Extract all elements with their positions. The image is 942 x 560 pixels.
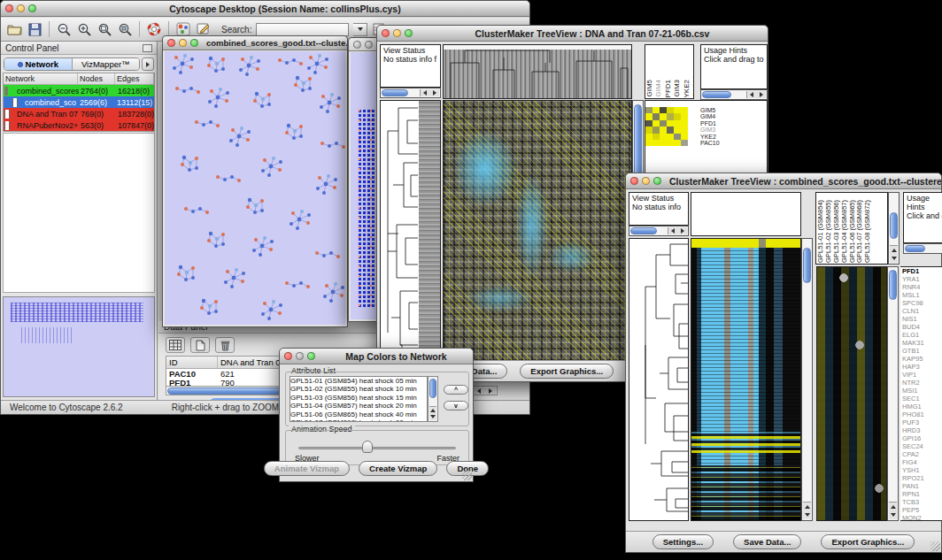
network-list-row[interactable]: RNAPuberNov2+ 563(0) 107847(0)	[4, 119, 154, 131]
close-button[interactable]	[5, 4, 13, 12]
view-status-hscrollbar[interactable]	[629, 226, 689, 236]
zoom-button[interactable]	[405, 29, 413, 37]
column-header[interactable]: Nodes	[78, 73, 115, 84]
create-vizmap-button[interactable]: Create Vizmap	[359, 461, 437, 476]
scrollbar-arrows[interactable]	[429, 406, 436, 420]
usage-hints-hscrollbar[interactable]	[903, 243, 942, 254]
usage-hints-hscrollbar[interactable]	[700, 89, 768, 100]
scrollbar-arrows[interactable]	[668, 227, 687, 234]
scrollbar-thumb[interactable]	[429, 379, 436, 398]
scrollbar-arrows[interactable]	[420, 89, 439, 96]
zoom-selected-icon[interactable]	[117, 21, 133, 37]
minimize-button[interactable]	[365, 41, 373, 49]
scrollbar-thumb[interactable]	[889, 270, 897, 300]
usage-hints-panel: Usage Hints Click and drag to	[700, 44, 768, 89]
move-down-button[interactable]: v	[444, 401, 468, 410]
selected-region-vscrollbar[interactable]	[887, 266, 899, 521]
network-list-row[interactable]: combined_scores 2764(0) 16218(0)	[4, 85, 154, 96]
scrollbar-thumb[interactable]	[382, 89, 408, 96]
animate-vizmap-button[interactable]: Animate Vizmap	[264, 461, 350, 476]
gene-label-list[interactable]: PFD1YRA1RNR4MSL1SPC98CLN1NIS1BUD4ELG1MAK…	[900, 266, 942, 521]
treeview-button[interactable]: Export Graphics...	[821, 534, 915, 549]
minimize-button[interactable]	[296, 352, 304, 360]
scrollbar-thumb[interactable]	[905, 245, 925, 252]
scrollbar-arrows[interactable]	[890, 245, 898, 263]
help-lifebuoy-icon[interactable]	[146, 21, 162, 37]
scrollbar-arrows[interactable]	[473, 387, 496, 395]
close-button[interactable]	[353, 41, 361, 49]
attribute-item[interactable]: GPL51-02 (GSM855) heat shock 10 min	[290, 385, 427, 393]
close-button[interactable]	[284, 352, 292, 360]
scrollbar-arrows[interactable]	[889, 502, 897, 519]
attribute-item[interactable]: GPL51-04 (GSM857) heat shock 20 min	[290, 402, 427, 410]
select-attributes-icon[interactable]	[166, 337, 185, 353]
zoom-button[interactable]	[190, 39, 198, 47]
minimize-button[interactable]	[179, 39, 187, 47]
move-up-button[interactable]: ^	[444, 385, 468, 395]
zoom-button[interactable]	[28, 4, 36, 12]
array-labels-vscrollbar[interactable]	[888, 192, 900, 265]
zoom-in-icon[interactable]	[76, 21, 92, 37]
scrollbar-thumb[interactable]	[630, 227, 657, 234]
scrollbar-thumb[interactable]	[803, 248, 811, 283]
tab-overflow-button[interactable]	[142, 58, 154, 71]
treeview-button[interactable]: Settings...	[652, 534, 714, 549]
minimize-button[interactable]	[17, 4, 25, 12]
zoom-out-icon[interactable]	[56, 21, 72, 37]
attribute-list-vscrollbar[interactable]	[428, 376, 438, 422]
column-header[interactable]: Edges	[115, 73, 154, 84]
save-session-icon[interactable]	[27, 21, 42, 37]
network-view-titlebar[interactable]: combined_scores_good.txt--cluste...	[163, 36, 347, 50]
tab-vizmapper[interactable]: VizMapper™	[72, 58, 140, 70]
delete-attribute-trash-icon[interactable]	[215, 337, 235, 353]
attribute-item[interactable]: GPL51-01 (GSM854) heat shock 05 min	[290, 377, 427, 385]
speed-slider-track[interactable]	[298, 447, 456, 449]
heatmap-matrix[interactable]	[691, 238, 801, 521]
treeview-combined-titlebar[interactable]: ClusterMaker TreeView : combined_scores_…	[626, 173, 941, 189]
resize-grip[interactable]	[462, 471, 472, 480]
treeview-button[interactable]: Save Data...	[733, 534, 801, 549]
open-session-icon[interactable]	[6, 21, 22, 37]
column-header[interactable]: ID	[166, 357, 218, 368]
main-titlebar[interactable]: Cytoscape Desktop (Session Name: collins…	[1, 1, 529, 17]
selected-region-heatmap[interactable]	[816, 266, 887, 521]
zoom-button[interactable]	[653, 177, 661, 185]
column-header[interactable]: Network	[4, 73, 78, 84]
tab-network[interactable]: Network	[4, 58, 72, 70]
scrollbar-thumb[interactable]	[890, 212, 898, 239]
treeview-dna-titlebar[interactable]: ClusterMaker TreeView : DNA and Tran 07-…	[377, 26, 768, 42]
resize-grip[interactable]	[930, 541, 940, 551]
dialog-titlebar[interactable]: Map Colors to Network	[280, 349, 473, 364]
network-canvas[interactable]	[165, 51, 345, 325]
array-dendrogram[interactable]	[443, 44, 632, 99]
view-status-hscrollbar[interactable]	[380, 88, 441, 98]
search-input[interactable]	[256, 23, 349, 36]
network-list-row[interactable]: combined_sco 2569(6) 13112(15)	[4, 96, 154, 108]
close-button[interactable]	[167, 39, 175, 47]
attribute-item[interactable]: GPL51-06 (GSM865) heat shock 40 min	[290, 410, 427, 418]
attribute-item[interactable]: GPL51-03 (GSM856) heat shock 15 min	[290, 394, 427, 402]
speed-slider-thumb[interactable]	[362, 441, 373, 453]
heatmap-matrix[interactable]	[443, 100, 632, 362]
close-button[interactable]	[630, 177, 638, 185]
heatmap-vscrollbar[interactable]	[801, 238, 813, 521]
minimize-button[interactable]	[393, 29, 401, 37]
attribute-list[interactable]: GPL51-01 (GSM854) heat shock 05 minGPL51…	[290, 376, 428, 422]
attribute-item[interactable]: GPL51-07 (GSM868) heat shock 60 min	[290, 418, 427, 422]
float-panel-icon[interactable]	[143, 44, 152, 52]
zoom-fit-icon[interactable]	[97, 21, 112, 37]
selected-submatrix[interactable]	[645, 107, 688, 146]
new-attribute-icon[interactable]	[190, 337, 210, 353]
scrollbar-arrows[interactable]	[746, 91, 766, 98]
search-dropdown-button[interactable]	[353, 23, 367, 36]
scrollbar-thumb[interactable]	[702, 91, 731, 98]
treeview-button[interactable]: Export Graphics...	[520, 364, 614, 379]
scrollbar-arrows[interactable]	[803, 502, 811, 519]
zoom-button[interactable]	[307, 352, 315, 360]
minimize-button[interactable]	[642, 177, 650, 185]
gene-dendrogram[interactable]	[380, 100, 419, 362]
network-overview-thumbnail[interactable]	[3, 296, 155, 397]
network-list-row[interactable]: DNA and Tran 07 769(0) 183728(0)	[4, 108, 154, 119]
gene-dendrogram[interactable]	[629, 238, 689, 521]
close-button[interactable]	[382, 29, 390, 37]
